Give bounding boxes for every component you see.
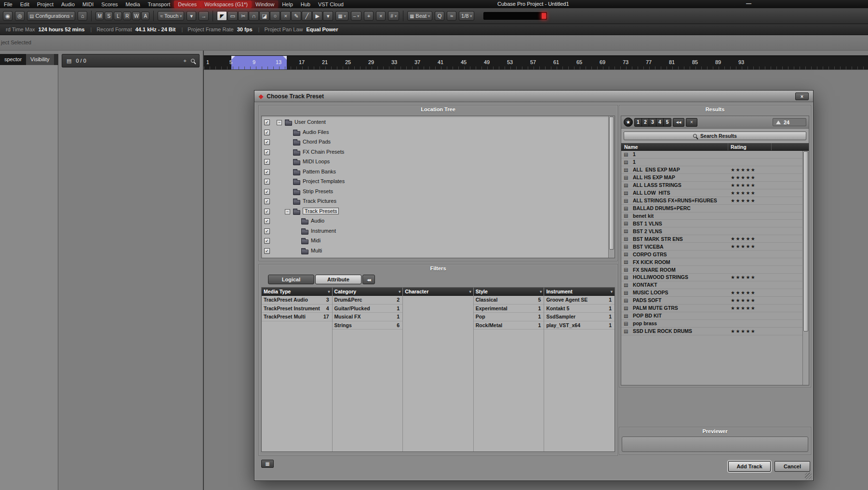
tool-button-0[interactable]: ◤ xyxy=(217,11,227,21)
tree-item-track-presets[interactable]: ✓−Track Presets xyxy=(262,207,614,217)
state-button-w[interactable]: W xyxy=(132,12,140,20)
rating-button-2[interactable]: 2 xyxy=(642,119,649,126)
tree-item-pattern-banks[interactable]: ✓Pattern Banks xyxy=(262,167,614,177)
rating-button-3[interactable]: 3 xyxy=(649,119,656,126)
tab-spector[interactable]: spector xyxy=(0,54,26,65)
filter-column-header-media-type[interactable]: Media Type▾ xyxy=(262,288,332,296)
grid-type-dropdown[interactable]: ▦Beat▾ xyxy=(407,11,432,21)
tree-item-midi-loops[interactable]: ✓MIDI Loops xyxy=(262,157,614,167)
crosshair-button[interactable]: + xyxy=(364,11,374,21)
quantize-button[interactable]: Q xyxy=(435,11,444,21)
checkbox[interactable]: ✓ xyxy=(264,238,270,244)
close-button[interactable]: × xyxy=(795,93,809,100)
resize-grip[interactable] xyxy=(805,473,812,479)
filter-item-play-vst-x64[interactable]: play_VST_x641 xyxy=(544,321,614,330)
nudge-button[interactable]: × xyxy=(376,11,386,21)
tree-item-fx-chain-presets[interactable]: ✓FX Chain Presets xyxy=(262,147,614,158)
quantize-preset-dropdown[interactable]: 1/8▾ xyxy=(459,11,474,21)
checkbox[interactable]: ✓ xyxy=(264,218,270,224)
filter-tab-logical[interactable]: Logical xyxy=(268,275,314,284)
result-row-all-lass-strings[interactable]: ▤ALL LASS STRINGS★★★★★ xyxy=(621,182,809,189)
iterative-quantize-button[interactable]: ≈ xyxy=(447,11,456,21)
checkbox[interactable]: ✓ xyxy=(264,209,270,214)
result-row-bst-mark-str-ens[interactable]: ▤BST MARK STR ENS★★★★★ xyxy=(621,235,809,243)
result-row-all-ens-exp-map[interactable]: ▤ALL ENS EXP MAP★★★★★ xyxy=(621,166,809,174)
rating-button-1[interactable]: 1 xyxy=(635,119,642,126)
dialog-titlebar[interactable]: ◆ Choose Track Preset xyxy=(254,91,813,102)
filter-item-drum-perc[interactable]: Drum&Perc2 xyxy=(333,296,403,305)
tree-item-audio[interactable]: ✓Audio xyxy=(262,216,614,226)
result-row-bst-2-vlns[interactable]: ▤BST 2 VLNS xyxy=(621,227,809,235)
filter-tab-attribute[interactable]: Attribute xyxy=(315,275,361,284)
cancel-button[interactable]: Cancel xyxy=(775,461,810,472)
results-scrollbar-thumb[interactable] xyxy=(803,151,808,331)
tree-item-midi[interactable]: ✓Midi xyxy=(262,236,614,246)
tool-button-5[interactable]: ○ xyxy=(270,11,280,21)
activate-project-button[interactable]: ◉ xyxy=(3,11,13,21)
rating-star-icon[interactable]: ★ xyxy=(624,118,633,127)
filter-item-musical-fx[interactable]: Musical FX1 xyxy=(333,313,403,321)
result-row-all-hs-exp-map[interactable]: ▤ALL HS EXP MAP★★★★★ xyxy=(621,174,809,182)
menu-item-scores[interactable]: Scores xyxy=(97,0,121,8)
tool-button-7[interactable]: ✎ xyxy=(291,11,301,21)
filter-reset-button[interactable]: ◀◀ xyxy=(362,275,375,284)
result-row-bst-viceba[interactable]: ▤BST VICEBA★★★★★ xyxy=(621,243,809,251)
filter-item-strings[interactable]: Strings6 xyxy=(333,321,403,330)
menu-item-hub[interactable]: Hub xyxy=(297,0,314,8)
automation-mode-dropdown[interactable]: ≈Touch▾ xyxy=(158,11,184,21)
state-button-a[interactable]: A xyxy=(141,12,149,20)
result-row-bst-1-vlns[interactable]: ▤BST 1 VLNS xyxy=(621,220,809,227)
checkbox[interactable]: ✓ xyxy=(264,159,270,165)
tool-button-10[interactable]: ▾ xyxy=(323,11,333,21)
result-row-1[interactable]: ▤1 xyxy=(621,151,809,159)
color-menu-dropdown[interactable]: ▦▾ xyxy=(335,11,348,21)
menu-item-vst-cloud[interactable]: VST Cloud xyxy=(314,0,347,8)
filter-item-experimental[interactable]: Experimental1 xyxy=(474,305,544,313)
tree-item-instrument[interactable]: ✓Instrument xyxy=(262,226,614,237)
column-header-rating[interactable]: Rating xyxy=(728,143,772,150)
menu-item-devices[interactable]: Devices xyxy=(174,0,200,8)
result-row-1[interactable]: ▤1 xyxy=(621,159,809,166)
auto-scroll-button[interactable]: → xyxy=(199,11,209,21)
search-tracks-icon[interactable] xyxy=(191,59,195,63)
tree-scrollbar[interactable] xyxy=(608,116,614,258)
tree-item-track-pictures[interactable]: ✓Track Pictures xyxy=(262,197,614,207)
tree-item-chord-pads[interactable]: ✓Chord Pads xyxy=(262,137,614,147)
result-row-all-strings-fx-runs-figures[interactable]: ▤ALL STRINGS FX+RUNS+FIGURES★★★★★ xyxy=(621,197,809,205)
checkbox[interactable]: ✓ xyxy=(264,149,270,155)
filter-column-header-category[interactable]: Category▾ xyxy=(333,288,403,296)
menu-item-transport[interactable]: Transport xyxy=(144,0,174,8)
tree-item-project-templates[interactable]: ✓Project Templates xyxy=(262,177,614,187)
menu-item-audio[interactable]: Audio xyxy=(57,0,79,8)
filter-column-header-style[interactable]: Style▾ xyxy=(474,288,544,296)
checkbox[interactable]: ✓ xyxy=(264,248,270,254)
state-button-l[interactable]: L xyxy=(114,12,122,20)
result-row-pop-bd-kit[interactable]: ▤POP BD KIT xyxy=(621,312,809,320)
result-row-fx-snare-room[interactable]: ▤FX SNARE ROOM xyxy=(621,266,809,274)
checkbox[interactable]: ✓ xyxy=(264,139,270,145)
tool-button-1[interactable]: ▭ xyxy=(227,11,238,21)
menu-item-workspaces-g1[interactable]: Workspaces (G1*) xyxy=(200,0,252,8)
add-track-button[interactable]: Add Track xyxy=(728,461,771,472)
tree-scrollbar-thumb[interactable] xyxy=(609,117,614,250)
tool-button-2[interactable]: ✂ xyxy=(238,11,248,21)
result-row-pop-brass[interactable]: ▤pop brass xyxy=(621,320,809,328)
automation-options-button[interactable]: ▾ xyxy=(187,11,196,21)
configurations-dropdown[interactable]: ▤Configurations▾ xyxy=(27,11,75,21)
filter-item-ssdsampler[interactable]: SsdSampler1 xyxy=(544,313,614,321)
menu-item-file[interactable]: File xyxy=(0,0,16,8)
filter-item-trackpreset-audio[interactable]: TrackPreset Audio3 xyxy=(262,296,332,305)
rating-button-4[interactable]: 4 xyxy=(656,119,664,126)
results-scrollbar[interactable] xyxy=(802,151,809,385)
checkbox[interactable]: ✓ xyxy=(264,169,270,175)
column-header-name[interactable]: Name xyxy=(621,143,728,150)
tab-visibility[interactable]: Visibility xyxy=(26,54,54,65)
filter-item-classical[interactable]: Classical5 xyxy=(474,296,544,305)
setup-window-layout-button[interactable]: ⌂ xyxy=(78,11,87,21)
rewind-results-button[interactable]: ◀◀ xyxy=(673,118,684,127)
result-row-music-loops[interactable]: ▤MUSIC LOOPS★★★★★ xyxy=(621,289,809,297)
collapse-icon[interactable]: − xyxy=(277,120,282,125)
history-button[interactable]: ◎ xyxy=(15,11,25,21)
filter-item-groove-agent-se[interactable]: Groove Agent SE1 xyxy=(544,296,614,305)
checkbox[interactable]: ✓ xyxy=(264,119,270,125)
